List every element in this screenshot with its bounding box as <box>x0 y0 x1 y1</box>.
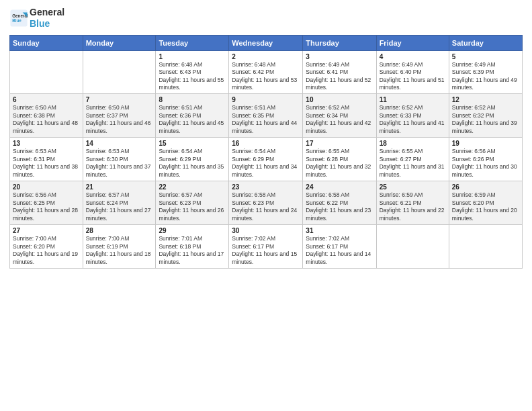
day-info: Sunrise: 6:58 AM Sunset: 6:23 PM Dayligh… <box>232 191 300 222</box>
day-info: Sunrise: 6:48 AM Sunset: 6:42 PM Dayligh… <box>232 61 300 92</box>
calendar-table: SundayMondayTuesdayWednesdayThursdayFrid… <box>9 35 523 269</box>
calendar-cell <box>83 50 156 94</box>
calendar-header-monday: Monday <box>83 35 156 50</box>
day-info: Sunrise: 6:52 AM Sunset: 6:33 PM Dayligh… <box>380 104 446 135</box>
day-number: 17 <box>306 140 373 147</box>
day-number: 11 <box>380 96 446 103</box>
day-number: 25 <box>380 183 446 191</box>
day-info: Sunrise: 6:50 AM Sunset: 6:38 PM Dayligh… <box>13 104 80 135</box>
day-info: Sunrise: 6:54 AM Sunset: 6:29 PM Dayligh… <box>159 148 226 179</box>
day-number: 20 <box>13 183 80 191</box>
calendar-cell: 19Sunrise: 6:56 AM Sunset: 6:26 PM Dayli… <box>449 138 522 181</box>
day-number: 15 <box>159 140 226 147</box>
calendar-cell: 15Sunrise: 6:54 AM Sunset: 6:29 PM Dayli… <box>156 138 229 181</box>
svg-text:Blue: Blue <box>12 17 21 22</box>
calendar-header-row: SundayMondayTuesdayWednesdayThursdayFrid… <box>10 35 523 50</box>
calendar-cell: 6Sunrise: 6:50 AM Sunset: 6:38 PM Daylig… <box>10 94 83 138</box>
day-info: Sunrise: 7:01 AM Sunset: 6:18 PM Dayligh… <box>159 235 226 266</box>
calendar-cell: 31Sunrise: 7:02 AM Sunset: 6:17 PM Dayli… <box>303 225 376 269</box>
day-info: Sunrise: 6:59 AM Sunset: 6:20 PM Dayligh… <box>452 191 519 222</box>
calendar-week-row: 13Sunrise: 6:53 AM Sunset: 6:31 PM Dayli… <box>10 138 523 181</box>
calendar-cell <box>376 225 449 269</box>
day-number: 16 <box>232 140 300 147</box>
day-info: Sunrise: 6:49 AM Sunset: 6:40 PM Dayligh… <box>380 61 446 92</box>
calendar-header-thursday: Thursday <box>303 35 376 50</box>
day-info: Sunrise: 6:52 AM Sunset: 6:34 PM Dayligh… <box>306 104 373 135</box>
calendar-cell: 7Sunrise: 6:50 AM Sunset: 6:37 PM Daylig… <box>83 94 156 138</box>
day-info: Sunrise: 7:00 AM Sunset: 6:19 PM Dayligh… <box>86 235 153 266</box>
calendar-cell: 12Sunrise: 6:52 AM Sunset: 6:32 PM Dayli… <box>449 94 522 138</box>
calendar-cell: 22Sunrise: 6:57 AM Sunset: 6:23 PM Dayli… <box>156 181 229 225</box>
day-number: 1 <box>159 53 226 60</box>
day-info: Sunrise: 6:48 AM Sunset: 6:43 PM Dayligh… <box>159 61 226 92</box>
day-number: 6 <box>13 96 80 103</box>
calendar-cell: 20Sunrise: 6:56 AM Sunset: 6:25 PM Dayli… <box>10 181 83 225</box>
header: General Blue General Blue <box>9 7 523 30</box>
day-number: 12 <box>452 96 519 103</box>
calendar-cell: 11Sunrise: 6:52 AM Sunset: 6:33 PM Dayli… <box>376 94 449 138</box>
calendar-cell: 2Sunrise: 6:48 AM Sunset: 6:42 PM Daylig… <box>229 50 303 94</box>
calendar-cell: 14Sunrise: 6:53 AM Sunset: 6:30 PM Dayli… <box>83 138 156 181</box>
calendar-cell: 16Sunrise: 6:54 AM Sunset: 6:29 PM Dayli… <box>229 138 303 181</box>
day-number: 31 <box>306 227 373 234</box>
day-number: 4 <box>380 53 446 60</box>
calendar-cell: 21Sunrise: 6:57 AM Sunset: 6:24 PM Dayli… <box>83 181 156 225</box>
calendar-cell: 17Sunrise: 6:55 AM Sunset: 6:28 PM Dayli… <box>303 138 376 181</box>
day-info: Sunrise: 6:53 AM Sunset: 6:31 PM Dayligh… <box>13 148 80 179</box>
day-number: 28 <box>86 227 153 234</box>
day-info: Sunrise: 7:02 AM Sunset: 6:17 PM Dayligh… <box>232 235 300 266</box>
day-info: Sunrise: 7:00 AM Sunset: 6:20 PM Dayligh… <box>13 235 80 266</box>
day-info: Sunrise: 6:51 AM Sunset: 6:35 PM Dayligh… <box>232 104 300 135</box>
calendar-header-friday: Friday <box>376 35 449 50</box>
calendar-cell: 18Sunrise: 6:55 AM Sunset: 6:27 PM Dayli… <box>376 138 449 181</box>
calendar-cell: 24Sunrise: 6:58 AM Sunset: 6:22 PM Dayli… <box>303 181 376 225</box>
day-number: 27 <box>13 227 80 234</box>
calendar-cell: 27Sunrise: 7:00 AM Sunset: 6:20 PM Dayli… <box>10 225 83 269</box>
calendar-week-row: 6Sunrise: 6:50 AM Sunset: 6:38 PM Daylig… <box>10 94 523 138</box>
logo: General Blue General Blue <box>9 7 64 30</box>
day-number: 24 <box>306 183 373 191</box>
calendar-cell: 30Sunrise: 7:02 AM Sunset: 6:17 PM Dayli… <box>229 225 303 269</box>
calendar-week-row: 20Sunrise: 6:56 AM Sunset: 6:25 PM Dayli… <box>10 181 523 225</box>
calendar-header-saturday: Saturday <box>449 35 522 50</box>
calendar-cell <box>10 50 83 94</box>
day-info: Sunrise: 6:49 AM Sunset: 6:39 PM Dayligh… <box>452 61 519 92</box>
calendar-cell: 9Sunrise: 6:51 AM Sunset: 6:35 PM Daylig… <box>229 94 303 138</box>
day-number: 14 <box>86 140 153 147</box>
day-number: 18 <box>380 140 446 147</box>
day-number: 21 <box>86 183 153 191</box>
day-number: 26 <box>452 183 519 191</box>
logo-icon: General Blue <box>9 9 28 28</box>
day-info: Sunrise: 6:53 AM Sunset: 6:30 PM Dayligh… <box>86 148 153 179</box>
calendar-cell: 1Sunrise: 6:48 AM Sunset: 6:43 PM Daylig… <box>156 50 229 94</box>
day-info: Sunrise: 6:57 AM Sunset: 6:23 PM Dayligh… <box>159 191 226 222</box>
day-info: Sunrise: 6:58 AM Sunset: 6:22 PM Dayligh… <box>306 191 373 222</box>
calendar-header-sunday: Sunday <box>10 35 83 50</box>
day-number: 29 <box>159 227 226 234</box>
calendar-cell: 29Sunrise: 7:01 AM Sunset: 6:18 PM Dayli… <box>156 225 229 269</box>
day-info: Sunrise: 6:54 AM Sunset: 6:29 PM Dayligh… <box>232 148 300 179</box>
day-number: 10 <box>306 96 373 103</box>
day-number: 2 <box>232 53 300 60</box>
calendar-header-wednesday: Wednesday <box>229 35 303 50</box>
calendar-cell: 13Sunrise: 6:53 AM Sunset: 6:31 PM Dayli… <box>10 138 83 181</box>
day-number: 8 <box>159 96 226 103</box>
day-info: Sunrise: 6:51 AM Sunset: 6:36 PM Dayligh… <box>159 104 226 135</box>
calendar-week-row: 27Sunrise: 7:00 AM Sunset: 6:20 PM Dayli… <box>10 225 523 269</box>
day-number: 9 <box>232 96 300 103</box>
calendar-header-tuesday: Tuesday <box>156 35 229 50</box>
day-info: Sunrise: 6:56 AM Sunset: 6:25 PM Dayligh… <box>13 191 80 222</box>
calendar-cell: 10Sunrise: 6:52 AM Sunset: 6:34 PM Dayli… <box>303 94 376 138</box>
calendar-cell: 4Sunrise: 6:49 AM Sunset: 6:40 PM Daylig… <box>376 50 449 94</box>
day-number: 30 <box>232 227 300 234</box>
day-number: 19 <box>452 140 519 147</box>
calendar-cell: 25Sunrise: 6:59 AM Sunset: 6:21 PM Dayli… <box>376 181 449 225</box>
day-info: Sunrise: 6:55 AM Sunset: 6:28 PM Dayligh… <box>306 148 373 179</box>
day-info: Sunrise: 6:59 AM Sunset: 6:21 PM Dayligh… <box>380 191 446 222</box>
day-number: 22 <box>159 183 226 191</box>
calendar-cell: 8Sunrise: 6:51 AM Sunset: 6:36 PM Daylig… <box>156 94 229 138</box>
day-info: Sunrise: 6:57 AM Sunset: 6:24 PM Dayligh… <box>86 191 153 222</box>
calendar-cell: 28Sunrise: 7:00 AM Sunset: 6:19 PM Dayli… <box>83 225 156 269</box>
day-number: 7 <box>86 96 153 103</box>
day-number: 13 <box>13 140 80 147</box>
